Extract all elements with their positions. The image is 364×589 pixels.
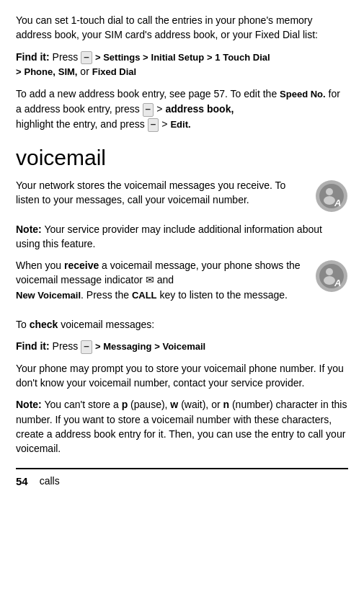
svg-point-8 — [324, 276, 335, 285]
addr-text-5: > — [159, 118, 170, 130]
svg-point-3 — [324, 196, 335, 205]
find-it-row-2: Find it: Press − > Messaging > Voicemail — [16, 339, 348, 354]
note-1-paragraph: Note: Your service provider may include … — [16, 222, 348, 252]
fixed-dial-menu: Fixed Dial — [92, 66, 136, 77]
voicemail-menu: Voicemail — [162, 341, 205, 352]
page-content: You can set 1-touch dial to call the ent… — [16, 13, 348, 489]
note2-w: w — [170, 399, 178, 410]
note2-text-1: You can't store a — [44, 399, 121, 410]
new-voicemail-label: New Voicemail — [16, 290, 81, 301]
addr-text-1: To add a new address book entry, see pag… — [16, 88, 280, 99]
footer-bar: 54 calls — [16, 468, 348, 490]
receive-section: A When you receive a voicemail message, … — [16, 258, 348, 309]
svg-point-7 — [326, 268, 333, 275]
call-label: CALL — [132, 290, 157, 301]
find-it-label-1: Find it: — [16, 51, 50, 63]
edit-label: Edit. — [170, 119, 190, 130]
check-text-2: voicemail messages: — [58, 319, 154, 330]
address-book-label: address book, — [165, 103, 234, 115]
find-it2-press: Press — [53, 340, 81, 352]
messaging-menu: Messaging — [103, 341, 151, 352]
addr-text-4: highlight the entry, and press — [16, 118, 148, 130]
note1-text: Your service provider may include additi… — [16, 223, 322, 249]
menu-key-4: − — [81, 340, 92, 354]
check-paragraph: To check voicemail messages: — [16, 317, 348, 332]
receive-text-5: key to listen to the message. — [157, 289, 288, 301]
note2-wait: (wait), or — [178, 399, 223, 410]
voicemail-icon-1: A — [315, 180, 348, 213]
sim-menu: SIM, — [58, 66, 78, 77]
note2-label: Note: — [16, 399, 42, 410]
note-2-paragraph: Note: You can't store a p (pause), w (wa… — [16, 397, 348, 456]
find-it-row-1: Find it: Press − > Settings > Initial Se… — [16, 50, 348, 80]
intro-text: You can set 1-touch dial to call the ent… — [16, 14, 318, 40]
speed-no-label: Speed No. — [280, 89, 326, 99]
intro-paragraph: You can set 1-touch dial to call the ent… — [16, 13, 348, 43]
note2-pause: (pause), — [128, 399, 170, 410]
receive-bold: receive — [64, 260, 99, 271]
svg-point-2 — [326, 188, 333, 195]
phone-menu: Phone, — [24, 66, 55, 77]
voicemail-icon-2: A — [315, 260, 348, 293]
svg-text:A: A — [334, 198, 341, 208]
check-bold: check — [30, 319, 58, 330]
find-it-label-2: Find it: — [16, 340, 50, 352]
note2-n: n — [223, 399, 229, 410]
or-text: or — [80, 66, 92, 77]
arrow-1touch: > 1 Touch Dial — [207, 52, 270, 63]
voicemail-arrow: > — [154, 341, 162, 352]
receive-text-3: and — [154, 274, 174, 285]
settings-menu: > Settings > — [95, 52, 148, 63]
menu-key-3: − — [148, 118, 159, 132]
voicemail-indicator-icon: ✉ — [146, 274, 154, 285]
footer-section-label: calls — [40, 474, 60, 488]
receive-text-1: When you — [16, 260, 64, 271]
menu-key-2: − — [143, 103, 154, 117]
initial-setup-menu: Initial Setup — [151, 52, 205, 63]
voicemail-para-1: Your network stores the voicemail messag… — [16, 178, 348, 208]
voicemail-heading: voicemail — [16, 145, 348, 171]
find-it-press-1: Press — [53, 51, 81, 63]
check-text-1: To — [16, 319, 30, 330]
messaging-arrow: > — [95, 341, 103, 352]
note2-p: p — [122, 399, 128, 410]
prompt-paragraph: Your phone may prompt you to store your … — [16, 361, 348, 391]
menu-key-1: − — [81, 51, 92, 65]
arrow-touchdial: > — [16, 66, 22, 77]
svg-text:A: A — [334, 278, 341, 288]
receive-text-4: . Press the — [81, 289, 132, 301]
voicemail-section-1: A Your network stores the voicemail mess… — [16, 178, 348, 215]
footer-page-number: 54 — [16, 474, 28, 490]
addr-text-3: > — [154, 103, 165, 115]
address-entry-paragraph: To add a new address book entry, see pag… — [16, 87, 348, 132]
note1-label: Note: — [16, 223, 42, 235]
receive-paragraph: When you receive a voicemail message, yo… — [16, 258, 348, 302]
